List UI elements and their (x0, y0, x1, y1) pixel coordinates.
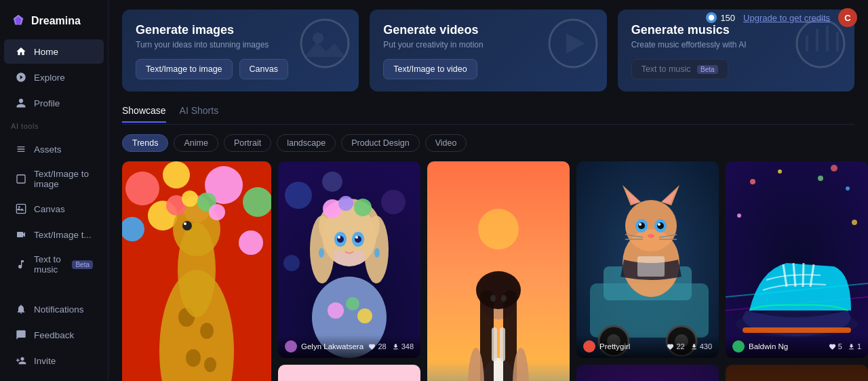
sidebar-item-notifications[interactable]: Notifications (4, 297, 104, 321)
sidebar-item-text-image-video[interactable]: Text/Image t... (4, 222, 104, 247)
main-content: 150 Upgrade to get credits C Generate im… (108, 0, 868, 381)
svg-point-42 (283, 255, 300, 271)
videos-bg-icon (546, 16, 600, 71)
gallery-item-cat-car[interactable]: Prettygirl 22 430 (576, 161, 719, 358)
sidebar-item-assets-label: Assets (34, 144, 62, 155)
svg-marker-9 (566, 33, 585, 54)
user-avatar-prettygirl (583, 340, 595, 353)
canvas-button[interactable]: Canvas (239, 59, 288, 79)
sidebar-item-explore[interactable]: Explore (4, 65, 104, 89)
sidebar-item-text-image-video-label: Text/Image t... (34, 230, 92, 240)
app-logo[interactable]: Dreamina (0, 8, 108, 39)
sidebar-item-profile[interactable]: Profile (4, 91, 104, 115)
tab-ai-shorts[interactable]: AI Shorts (180, 105, 219, 123)
likes-sneaker: 5 (829, 342, 842, 350)
filter-pills-row: Trends Anime Portrait landscape Product … (122, 134, 854, 152)
svg-point-97 (490, 295, 496, 302)
svg-point-58 (338, 236, 340, 239)
svg-point-40 (322, 172, 342, 192)
gallery-item-woman-portrait[interactable] (726, 365, 868, 381)
text-image-to-video-button[interactable]: Text/Image to video (383, 59, 477, 79)
gallery-item-bottom-pink[interactable] (278, 365, 420, 381)
text-image-to-image-button[interactable]: Text/Image to image (136, 59, 233, 79)
sidebar: Dreamina Home Explore Profile AI tools (0, 0, 108, 381)
likes-count-anime: 28 (378, 342, 386, 350)
svg-rect-102 (500, 327, 505, 361)
gallery-overlay-cat-car: Prettygirl 22 430 (576, 335, 719, 358)
downloads-count-cat-car: 430 (700, 342, 712, 350)
svg-point-15 (243, 187, 271, 217)
tab-showcase[interactable]: Showcase (122, 105, 166, 123)
svg-point-61 (374, 248, 380, 258)
gallery-user-anime: Gelyn Lakwatsera (285, 340, 363, 353)
gallery-item-giraffe[interactable]: jan 26 269 (122, 161, 271, 381)
downloads-count-anime: 348 (401, 342, 414, 350)
sidebar-item-text-music[interactable]: Text to music Beta (4, 248, 104, 281)
svg-point-79 (639, 223, 642, 226)
user-avatar[interactable]: C (838, 8, 857, 27)
filter-anime[interactable]: Anime (174, 134, 218, 152)
svg-rect-101 (492, 327, 497, 361)
sidebar-item-canvas-label: Canvas (34, 204, 65, 214)
svg-point-39 (285, 182, 312, 209)
svg-point-70 (625, 200, 677, 252)
svg-point-29 (204, 357, 216, 372)
filter-product-design[interactable]: Product Design (341, 134, 419, 152)
svg-point-106 (818, 176, 823, 181)
upgrade-button[interactable]: Upgrade to get credits (743, 13, 830, 23)
svg-point-85 (648, 234, 654, 238)
music-icon (15, 258, 27, 270)
giraffe-image (122, 161, 271, 381)
svg-point-28 (186, 349, 201, 367)
svg-rect-125 (576, 365, 719, 381)
svg-point-33 (184, 222, 186, 225)
sidebar-item-feedback-label: Feedback (34, 330, 74, 340)
music-beta-badge: Beta (697, 65, 718, 74)
filter-portrait[interactable]: Portrait (224, 134, 271, 152)
svg-point-88 (478, 209, 519, 249)
svg-point-27 (200, 323, 214, 339)
svg-point-6 (301, 20, 349, 67)
filter-video[interactable]: Video (425, 134, 467, 152)
gallery-overlay-anime-girl: Gelyn Lakwatsera 28 348 (278, 335, 420, 358)
gallery-item-bottom-mushroom[interactable] (576, 365, 719, 381)
svg-point-52 (338, 196, 353, 211)
svg-rect-114 (743, 327, 851, 333)
filter-trends[interactable]: Trends (122, 134, 168, 152)
sidebar-item-feedback[interactable]: Feedback (4, 323, 104, 347)
likes-anime: 28 (368, 342, 386, 350)
sidebar-item-canvas[interactable]: Canvas (4, 197, 104, 221)
downloads-anime: 348 (392, 342, 414, 350)
gallery-item-anime-girl[interactable]: Gelyn Lakwatsera 28 348 (278, 161, 420, 358)
svg-point-41 (381, 190, 406, 214)
bottom-mushroom-image (576, 365, 719, 381)
svg-point-44 (328, 302, 344, 319)
username-baldwin: Baldwin Ng (749, 342, 788, 350)
text-to-music-button[interactable]: Text to music Beta (631, 59, 728, 79)
text-music-badge: Beta (72, 260, 93, 269)
gallery-item-woman-beach[interactable] (427, 161, 570, 381)
sidebar-item-text-image[interactable]: Text/Image to image (4, 163, 104, 195)
filter-landscape[interactable]: landscape (277, 134, 336, 152)
sidebar-item-home[interactable]: Home (4, 39, 104, 64)
svg-point-32 (182, 221, 192, 230)
text-image-icon (15, 173, 27, 185)
sidebar-item-assets[interactable]: Assets (4, 137, 104, 161)
svg-point-19 (239, 230, 263, 255)
home-icon (15, 45, 27, 58)
sidebar-nav-main: Home Explore Profile (0, 39, 108, 115)
canvas-icon (15, 203, 27, 215)
sidebar-item-invite[interactable]: Invite (4, 348, 104, 373)
user-avatar-gelyn (285, 340, 297, 353)
likes-cat-car: 22 (667, 342, 684, 350)
svg-point-78 (657, 222, 664, 229)
downloads-count-sneaker: 1 (857, 342, 861, 350)
assets-icon (15, 143, 27, 155)
woman-beach-image (427, 161, 570, 381)
gallery-user-baldwin: Baldwin Ng (732, 340, 788, 353)
gallery-item-sneaker[interactable]: Baldwin Ng 5 1 (726, 161, 868, 358)
svg-point-107 (846, 186, 850, 190)
svg-rect-2 (17, 175, 25, 183)
svg-point-77 (638, 222, 645, 229)
profile-icon (15, 97, 27, 109)
